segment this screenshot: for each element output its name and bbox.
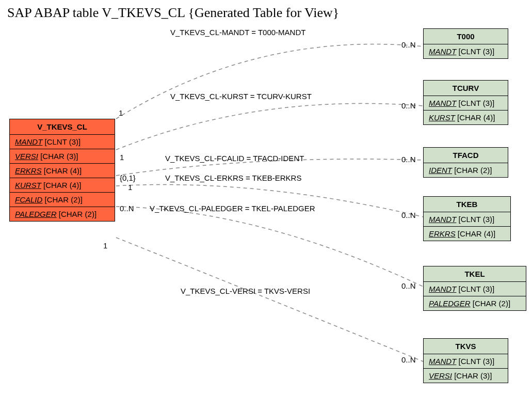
relation-label: V_TKEVS_CL-KURST = TCURV-KURST bbox=[170, 92, 312, 101]
entity-field: PALEDGER [CHAR (2)] bbox=[424, 296, 526, 310]
entity-field: MANDT [CLNT (3)] bbox=[424, 212, 510, 227]
entity-tkvs: TKVS MANDT [CLNT (3)] VERSI [CHAR (3)] bbox=[423, 338, 508, 383]
cardinality: 1 bbox=[120, 153, 124, 162]
cardinality: 1 bbox=[119, 108, 123, 117]
relation-label: V_TKEVS_CL-FCALID = TFACD-IDENT bbox=[165, 154, 304, 163]
entity-main: V_TKEVS_CL MANDT [CLNT (3)] VERSI [CHAR … bbox=[9, 119, 115, 222]
entity-tkeb: TKEB MANDT [CLNT (3)] ERKRS [CHAR (4)] bbox=[423, 196, 511, 241]
entity-field: MANDT [CLNT (3)] bbox=[424, 282, 526, 296]
entity-tkel: TKEL MANDT [CLNT (3)] PALEDGER [CHAR (2)… bbox=[423, 266, 526, 311]
entity-t000: T000 MANDT [CLNT (3)] bbox=[423, 28, 508, 59]
entity-field: MANDT [CLNT (3)] bbox=[10, 135, 115, 149]
entity-main-header: V_TKEVS_CL bbox=[10, 119, 115, 135]
entity-tcurv: TCURV MANDT [CLNT (3)] KURST [CHAR (4)] bbox=[423, 80, 508, 125]
entity-header: TFACD bbox=[424, 148, 508, 163]
relation-label: V_TKEVS_CL-MANDT = T000-MANDT bbox=[170, 28, 305, 37]
relation-label: V_TKEVS_CL-PALEDGER = TKEL-PALEDGER bbox=[150, 204, 315, 213]
entity-field: KURST [CHAR (4)] bbox=[424, 111, 508, 124]
relation-label: V_TKEVS_CL-ERKRS = TKEB-ERKRS bbox=[165, 174, 301, 182]
entity-header: TCURV bbox=[424, 81, 508, 96]
entity-field: MANDT [CLNT (3)] bbox=[424, 96, 508, 111]
entity-field: ERKRS [CHAR (4)] bbox=[10, 164, 115, 178]
entity-field: FCALID [CHAR (2)] bbox=[10, 193, 115, 207]
entity-field: ERKRS [CHAR (4)] bbox=[424, 227, 510, 241]
cardinality: 0..N bbox=[401, 211, 416, 219]
entity-header: TKVS bbox=[424, 339, 508, 354]
diagram-title: SAP ABAP table V_TKEVS_CL {Generated Tab… bbox=[7, 5, 339, 21]
entity-header: TKEL bbox=[424, 266, 526, 282]
entity-field: PALEDGER [CHAR (2)] bbox=[10, 207, 115, 221]
cardinality: 0..N bbox=[401, 101, 416, 110]
entity-field: KURST [CHAR (4)] bbox=[10, 178, 115, 193]
entity-field: MANDT [CLNT (3)] bbox=[424, 44, 508, 58]
entity-field: MANDT [CLNT (3)] bbox=[424, 354, 508, 369]
entity-field: IDENT [CHAR (2)] bbox=[424, 163, 508, 177]
entity-tfacd: TFACD IDENT [CHAR (2)] bbox=[423, 147, 508, 178]
relation-label: V_TKEVS_CL-VERSI = TKVS-VERSI bbox=[181, 287, 310, 295]
cardinality: 0..N bbox=[120, 204, 134, 213]
cardinality: 0..N bbox=[401, 281, 416, 290]
cardinality: 1 bbox=[103, 241, 107, 250]
entity-field: VERSI [CHAR (3)] bbox=[424, 369, 508, 383]
cardinality: 1 bbox=[128, 183, 132, 192]
entity-header: TKEB bbox=[424, 197, 510, 212]
cardinality: 0..N bbox=[401, 355, 416, 364]
entity-field: VERSI [CHAR (3)] bbox=[10, 149, 115, 164]
cardinality: 0..N bbox=[401, 155, 416, 164]
cardinality: {0,1} bbox=[120, 174, 136, 182]
cardinality: 0..N bbox=[401, 40, 416, 49]
entity-header: T000 bbox=[424, 29, 508, 44]
